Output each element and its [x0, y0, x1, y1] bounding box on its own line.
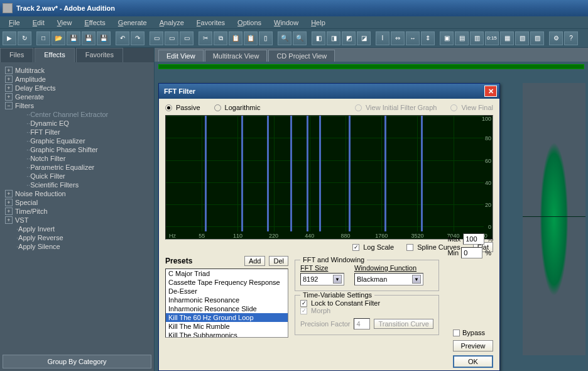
tb-saveas-icon[interactable]: 💾 [97, 31, 111, 45]
tb-sel3-icon[interactable]: ▭ [180, 31, 193, 45]
tab-edit-view[interactable]: Edit View [158, 50, 204, 62]
tb-fx3-icon[interactable]: ◩ [342, 31, 356, 45]
preset-item[interactable]: Cassette Tape Frequency Response [166, 278, 288, 287]
tb-fx1-icon[interactable]: ◧ [312, 31, 325, 45]
tree-notch-filter[interactable]: Notch Filter [3, 154, 151, 163]
tb-zoom2-icon[interactable]: 🔍 [293, 31, 307, 45]
menu-help[interactable]: Help [305, 18, 332, 28]
effects-tree[interactable]: +Multitrack +Amplitude +Delay Effects +G… [0, 62, 154, 352]
min-input[interactable] [461, 247, 482, 258]
tree-apply-reverse[interactable]: Apply Reverse [3, 233, 151, 242]
tree-center-channel[interactable]: Center Channel Extractor [3, 110, 151, 119]
tree-vst[interactable]: +VST [3, 216, 151, 224]
chk-bypass[interactable] [453, 329, 460, 336]
tb-save-icon[interactable]: 💾 [67, 31, 80, 45]
tree-parametric-eq[interactable]: Parametric Equalizer [3, 163, 151, 172]
tree-graphic-phase[interactable]: Graphic Phase Shifter [3, 145, 151, 154]
preview-button[interactable]: Preview [453, 340, 493, 352]
tb-v3-icon[interactable]: ▥ [470, 31, 484, 45]
tab-favorites[interactable]: Favorites [76, 48, 123, 62]
tree-graphic-eq[interactable]: Graphic Equalizer [3, 136, 151, 145]
tab-files[interactable]: Files [0, 48, 33, 62]
tb-v5-icon[interactable]: ▧ [515, 31, 529, 45]
tab-cd-view[interactable]: CD Project View [268, 50, 335, 62]
preset-item[interactable]: Inharmonic Resonance [166, 296, 288, 304]
menu-favorites[interactable]: Favorites [190, 18, 231, 28]
menu-analyze[interactable]: Analyze [153, 18, 190, 28]
preset-add-button[interactable]: Add [244, 256, 266, 266]
tb-redo-icon[interactable]: ↷ [131, 31, 144, 45]
preset-item[interactable]: C Major Triad [166, 269, 288, 278]
radio-logarithmic[interactable] [214, 104, 221, 111]
group-by-button[interactable]: Group By Category [3, 355, 151, 368]
tb-play-icon[interactable]: ▶ [3, 31, 16, 45]
radio-view-final[interactable] [450, 104, 457, 111]
dialog-titlebar[interactable]: FFT Filter ✕ [159, 84, 499, 99]
menu-generate[interactable]: Generate [112, 18, 153, 28]
tb-v2-icon[interactable]: ▤ [455, 31, 469, 45]
tb-tool2-icon[interactable]: ⇔ [391, 31, 405, 45]
preset-item[interactable]: Kill The Subharmonics [166, 331, 288, 338]
tb-tool3-icon[interactable]: ↔ [406, 31, 420, 45]
close-icon[interactable]: ✕ [484, 86, 497, 97]
chk-lock[interactable] [300, 300, 307, 307]
tb-sel1-icon[interactable]: ▭ [150, 31, 163, 45]
chk-log-scale[interactable] [352, 244, 359, 251]
menu-options[interactable]: Options [231, 18, 268, 28]
tree-multitrack[interactable]: +Multitrack [3, 66, 151, 75]
preset-item[interactable]: De-Esser [166, 287, 288, 296]
tree-noise-reduction[interactable]: +Noise Reduction [3, 189, 151, 198]
fft-size-select[interactable]: 8192▼ [300, 273, 344, 285]
radio-view-initial[interactable] [355, 104, 362, 111]
preset-item[interactable]: Kill The Mic Rumble [166, 322, 288, 331]
tb-tool4-icon[interactable]: ⇕ [421, 31, 435, 45]
tab-multitrack-view[interactable]: Multitrack View [205, 50, 268, 62]
fft-graph[interactable]: 100 80 60 40 20 0 Hz 55 110 220 440 880 … [165, 115, 493, 240]
tree-apply-silence[interactable]: Apply Silence [3, 242, 151, 251]
chk-spline[interactable] [406, 244, 413, 251]
tree-filters[interactable]: −Filters [3, 101, 151, 110]
menu-file[interactable]: File [3, 18, 26, 28]
tb-fx4-icon[interactable]: ◪ [357, 31, 371, 45]
tree-generate[interactable]: +Generate [3, 92, 151, 101]
tb-open-icon[interactable]: 📂 [52, 31, 65, 45]
tb-undo-icon[interactable]: ↶ [116, 31, 129, 45]
waveform-display[interactable] [523, 83, 585, 355]
tb-new-icon[interactable]: □ [36, 31, 50, 45]
tab-effects[interactable]: Effects [35, 48, 74, 62]
tree-amplitude[interactable]: +Amplitude [3, 75, 151, 84]
tb-copy-icon[interactable]: ⧉ [214, 31, 227, 45]
tree-quick-filter[interactable]: Quick Filter [3, 172, 151, 180]
radio-passive[interactable] [165, 104, 172, 111]
tb-fx2-icon[interactable]: ◨ [327, 31, 340, 45]
ok-button[interactable]: OK [453, 355, 493, 368]
tb-paste2-icon[interactable]: 📋 [244, 31, 258, 45]
tb-v1-icon[interactable]: ▣ [440, 31, 454, 45]
tb-opt-icon[interactable]: ⚙ [549, 31, 563, 45]
tb-paste-icon[interactable]: 📋 [229, 31, 242, 45]
tb-time-icon[interactable]: 0:15 [485, 31, 499, 45]
tree-scientific[interactable]: Scientific Filters [3, 180, 151, 189]
tb-sel2-icon[interactable]: ▭ [165, 31, 178, 45]
presets-list[interactable]: C Major Triad Cassette Tape Frequency Re… [165, 269, 288, 338]
tb-v6-icon[interactable]: ▨ [530, 31, 544, 45]
tb-help-icon[interactable]: ? [564, 31, 578, 45]
tree-delay[interactable]: +Delay Effects [3, 84, 151, 92]
menu-effects[interactable]: Effects [78, 18, 111, 28]
tree-time-pitch[interactable]: +Time/Pitch [3, 207, 151, 216]
tb-zoom1-icon[interactable]: 🔍 [278, 31, 291, 45]
tb-tool1-icon[interactable]: I [376, 31, 389, 45]
tb-loop-icon[interactable]: ↻ [18, 31, 31, 45]
preset-item[interactable]: Inharmonic Resonance Slide [166, 304, 288, 313]
tb-cut-icon[interactable]: ✂ [199, 31, 212, 45]
preset-item-selected[interactable]: Kill The 60 Hz Ground Loop [166, 313, 288, 322]
preset-del-button[interactable]: Del [269, 256, 288, 266]
max-input[interactable] [463, 233, 484, 245]
tb-trim-icon[interactable]: ▯ [259, 31, 273, 45]
menu-view[interactable]: View [51, 18, 79, 28]
tb-v4-icon[interactable]: ▦ [500, 31, 514, 45]
tb-saveall-icon[interactable]: 💾 [82, 31, 95, 45]
tree-fft-filter[interactable]: FFT Filter [3, 128, 151, 136]
tree-apply-invert[interactable]: Apply Invert [3, 224, 151, 233]
tree-special[interactable]: +Special [3, 198, 151, 207]
